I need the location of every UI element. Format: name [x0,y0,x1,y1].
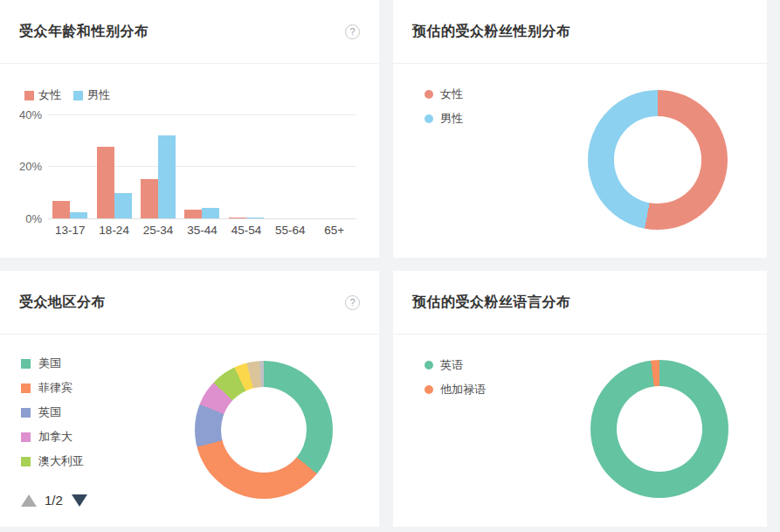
language-donut-legend: 英语他加禄语 [425,358,486,407]
gender-donut-legend: 女性男性 [425,87,463,136]
legend-marker [21,457,31,466]
legend-item: 英国 [21,405,84,419]
y-axis-tick: 40% [0,108,42,121]
card-fan-gender: 预估的受众粉丝性别分布 女性男性 [393,0,767,258]
bar-男性 [70,212,87,218]
legend-label: 女性 [440,86,463,102]
y-axis-tick: 0% [0,212,42,225]
legend-item: 他加禄语 [425,383,486,397]
bar-group [313,114,356,218]
x-axis-label: 13-17 [48,224,92,237]
legend-marker [21,359,31,369]
x-axis-label: 65+ [313,224,356,237]
legend-marker [21,432,31,442]
card-region-title: 受众地区分布 [19,294,106,312]
bar-女性 [229,218,246,218]
region-donut-legend: 美国菲律宾英国加拿大澳大利亚 [21,356,84,479]
x-axis-label: 45-54 [224,224,268,237]
bar-男性 [246,218,264,218]
bar-男性 [202,208,219,218]
legend-item: 男性 [73,87,110,103]
bar-group [180,114,224,218]
legend-item: 美国 [21,356,84,370]
legend-item: 菲律宾 [21,381,84,395]
card-fan-gender-title: 预估的受众粉丝性别分布 [412,23,571,41]
legend-marker [73,91,83,100]
legend-label: 女性 [38,87,61,103]
legend-item: 英语 [425,358,486,372]
legend-label: 男性 [440,111,463,127]
donut-hole [614,116,701,203]
legend-item: 女性 [425,87,463,101]
legend-marker [21,383,31,393]
legend-label: 菲律宾 [38,380,72,396]
x-axis-label: 55-64 [268,224,312,237]
help-icon[interactable]: ? [345,24,360,39]
y-axis-tick: 20% [0,160,42,173]
x-axis-label: 25-34 [136,224,180,237]
donut-hole [221,387,307,473]
legend-label: 他加禄语 [440,382,486,397]
legend-label: 美国 [38,356,61,371]
card-age-gender-title: 受众年龄和性别分布 [19,23,149,41]
legend-pagination: 1/2 [21,493,87,508]
legend-marker [21,408,31,418]
bar-chart-legend: 女性男性 [24,87,122,103]
bar-女性 [184,210,202,218]
legend-marker [425,361,433,370]
legend-item: 加拿大 [21,430,84,444]
legend-item: 澳大利亚 [21,454,84,468]
region-donut-chart [195,361,333,499]
bar-group [48,114,92,218]
x-axis-label: 35-44 [180,224,224,237]
bar-group [92,114,135,218]
legend-label: 澳大利亚 [38,453,84,469]
bar-group [268,114,312,218]
legend-marker [24,91,34,100]
x-axis-labels: 13-1718-2425-3435-4445-5455-6465+ [48,224,356,237]
legend-marker [425,385,433,394]
bar-女性 [141,179,158,218]
legend-marker [425,90,433,99]
help-icon[interactable]: ? [345,295,360,310]
legend-label: 男性 [87,87,110,103]
gender-donut-chart [588,90,728,230]
legend-label: 加拿大 [38,429,72,445]
bar-女性 [97,147,114,218]
x-axis-line [48,218,356,219]
card-age-gender-header: 受众年龄和性别分布 ? [0,0,379,64]
bar-plot [48,114,356,218]
legend-item: 男性 [425,112,463,126]
card-region: 受众地区分布 ? 美国菲律宾英国加拿大澳大利亚 1/2 [0,271,379,527]
bar-女性 [52,201,70,218]
legend-item: 女性 [24,87,61,103]
card-language-header: 预估的受众粉丝语言分布 [393,271,767,335]
x-axis-label: 18-24 [92,224,135,237]
legend-marker [425,114,433,123]
pagination-label: 1/2 [45,493,63,508]
donut-hole [617,386,702,472]
bar-group [136,114,180,218]
card-language: 预估的受众粉丝语言分布 英语他加禄语 [393,271,767,527]
card-region-header: 受众地区分布 ? [0,271,379,335]
page-down-icon[interactable] [72,494,87,507]
language-donut-chart [590,360,728,498]
card-language-title: 预估的受众粉丝语言分布 [412,294,571,312]
bar-男性 [114,193,132,218]
bar-group [224,114,268,218]
card-age-gender: 受众年龄和性别分布 ? 女性男性 40% 20% 0% 13-1718-2425… [0,0,379,258]
card-fan-gender-header: 预估的受众粉丝性别分布 [393,0,767,64]
legend-label: 英国 [38,404,61,420]
legend-label: 英语 [440,357,463,373]
page-up-icon[interactable] [21,494,37,507]
bar-男性 [158,135,176,218]
